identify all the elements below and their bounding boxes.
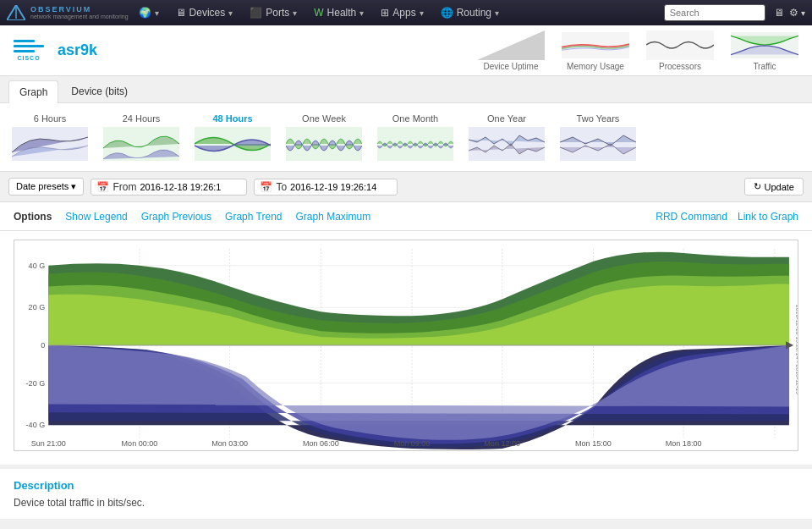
thumb-6hours-label: 6 Hours (34, 113, 67, 124)
options-label: Options (14, 211, 52, 223)
mini-graph-traffic[interactable]: Traffic (731, 30, 798, 71)
svg-text:-20 G: -20 G (26, 379, 46, 388)
thumb-twoyears-label: Two Years (577, 113, 620, 124)
nav-devices[interactable]: 🖥 Devices ▾ (169, 0, 240, 25)
thumb-24hours[interactable]: 24 Hours (100, 110, 183, 164)
ports-chevron: ▾ (293, 8, 297, 18)
thumb-twoyears[interactable]: Two Years (557, 110, 639, 164)
thumb-oneweek-label: One Week (302, 113, 346, 124)
nav-health[interactable]: W Health ▾ (307, 0, 370, 25)
thumb-oneyear[interactable]: One Year (465, 110, 548, 164)
memory-label: Memory Usage (567, 62, 624, 71)
thumb-6hours[interactable]: 6 Hours (8, 110, 91, 164)
svg-text:Mon 18:00: Mon 18:00 (666, 439, 702, 448)
settings-icon[interactable]: ⚙ ▾ (789, 7, 805, 19)
globe-chevron: ▾ (155, 8, 159, 18)
from-input[interactable] (140, 182, 241, 192)
thumb-6hours-graph (12, 127, 88, 161)
processors-graph (646, 30, 714, 60)
devices-icon: 🖥 (176, 7, 186, 19)
nav-apps-label: Apps (392, 7, 415, 19)
nav-logo-text: OBSERVIUM (30, 6, 129, 14)
graph-previous-link[interactable]: Graph Previous (141, 211, 211, 223)
nav-apps[interactable]: ⊞ Apps ▾ (374, 0, 430, 25)
traffic-graph (731, 30, 798, 60)
svg-text:40 G: 40 G (29, 262, 46, 270)
thumb-24hours-graph (103, 127, 179, 161)
svg-text:-40 G: -40 G (26, 421, 46, 429)
nav-routing-label: Routing (457, 7, 491, 19)
show-legend-link[interactable]: Show Legend (65, 211, 127, 223)
svg-text:Mon 03:00: Mon 03:00 (211, 439, 248, 448)
description-title: Description (14, 479, 798, 492)
globe-icon: 🌍 (139, 7, 151, 19)
svg-text:Mon 00:00: Mon 00:00 (122, 439, 158, 448)
nav-globe[interactable]: 🌍 ▾ (132, 0, 166, 25)
svg-text:2016-12-18 19:26:14 - 2016-12-: 2016-12-18 19:26:14 - 2016-12-19 (795, 305, 798, 394)
svg-marker-2 (477, 30, 545, 60)
mini-graph-uptime[interactable]: Device Uptime (477, 30, 545, 71)
from-field: 📅 From (91, 179, 247, 196)
thumb-48hours-graph (195, 127, 271, 161)
nav-ports-label: Ports (266, 7, 289, 19)
from-label: From (112, 181, 136, 193)
thumb-oneyear-graph (469, 127, 545, 161)
navbar: OBSERVIUM network management and monitor… (0, 0, 812, 25)
nav-routing[interactable]: 🌐 Routing ▾ (434, 0, 506, 25)
graph-trend-link[interactable]: Graph Trend (225, 211, 282, 223)
svg-text:Mon 06:00: Mon 06:00 (303, 439, 339, 448)
device-name[interactable]: asr9k (58, 41, 97, 59)
apps-chevron: ▾ (420, 8, 424, 18)
thumb-onemonth[interactable]: One Month (374, 110, 457, 164)
routing-chevron: ▾ (495, 8, 499, 18)
refresh-icon: ↻ (754, 181, 761, 192)
thumb-48hours-label: 48 Hours (212, 113, 252, 124)
observium-logo-icon (7, 5, 25, 20)
tabs-bar: Graph Device (bits) (0, 76, 812, 103)
mini-graph-processors[interactable]: Processors (646, 30, 714, 71)
health-icon: W (314, 7, 323, 19)
svg-rect-11 (469, 127, 545, 161)
update-label: Update (765, 182, 794, 192)
nav-ports[interactable]: ⬛ Ports ▾ (243, 0, 304, 25)
rrd-command-link[interactable]: RRD Command (656, 211, 727, 223)
apps-icon: ⊞ (381, 7, 389, 19)
devices-chevron: ▾ (228, 8, 233, 18)
update-button[interactable]: ↻ Update (744, 178, 804, 196)
cisco-logo: CISCO (14, 40, 44, 62)
search-input[interactable] (664, 4, 765, 21)
date-presets-button[interactable]: Date presets ▾ (8, 178, 84, 196)
memory-graph (562, 30, 629, 60)
to-label: To (276, 181, 287, 193)
to-input[interactable] (290, 182, 392, 192)
options-bar: Options Show Legend Graph Previous Graph… (0, 202, 812, 231)
svg-text:Sun 21:00: Sun 21:00 (31, 439, 66, 448)
graph-maximum-link[interactable]: Graph Maximum (295, 211, 370, 223)
link-to-graph-link[interactable]: Link to Graph (738, 211, 798, 223)
options-right: RRD Command Link to Graph (656, 211, 798, 223)
description-text: Device total traffic in bits/sec. (14, 497, 798, 509)
routing-icon: 🌐 (441, 7, 453, 19)
thumb-twoyears-graph (560, 127, 636, 161)
mini-graph-memory[interactable]: Memory Usage (562, 30, 629, 71)
svg-text:Mon 12:00: Mon 12:00 (484, 439, 520, 448)
datebar: Date presets ▾ 📅 From 📅 To ↻ Update (0, 172, 812, 202)
main-graph-svg: 40 G 20 G 0 -20 G -40 G Sun 21:00 Mon 00… (14, 240, 798, 450)
device-header: CISCO asr9k Device Uptime Memory Usage (0, 25, 812, 76)
traffic-label: Traffic (753, 62, 776, 71)
thumb-onemonth-graph (377, 127, 453, 161)
tab-graph[interactable]: Graph (8, 80, 58, 103)
svg-rect-12 (560, 127, 636, 161)
tab-device-bits[interactable]: Device (bits) (60, 80, 139, 102)
nav-health-label: Health (327, 7, 357, 19)
thumb-48hours[interactable]: 48 Hours (191, 110, 274, 164)
thumb-oneyear-label: One Year (487, 113, 526, 124)
thumb-oneweek[interactable]: One Week (283, 110, 365, 164)
nav-logo[interactable]: OBSERVIUM network management and monitor… (7, 5, 129, 20)
monitor-icon[interactable]: 🖥 (774, 7, 784, 19)
svg-text:20 G: 20 G (29, 303, 46, 311)
to-calendar-icon: 📅 (260, 181, 272, 193)
nav-actions: 🖥 ⚙ ▾ (774, 7, 805, 19)
thumbnails-bar: 6 Hours 24 Hours 48 Hours One Week O (0, 103, 812, 172)
nav-logo-sub: network management and monitoring (30, 14, 129, 19)
